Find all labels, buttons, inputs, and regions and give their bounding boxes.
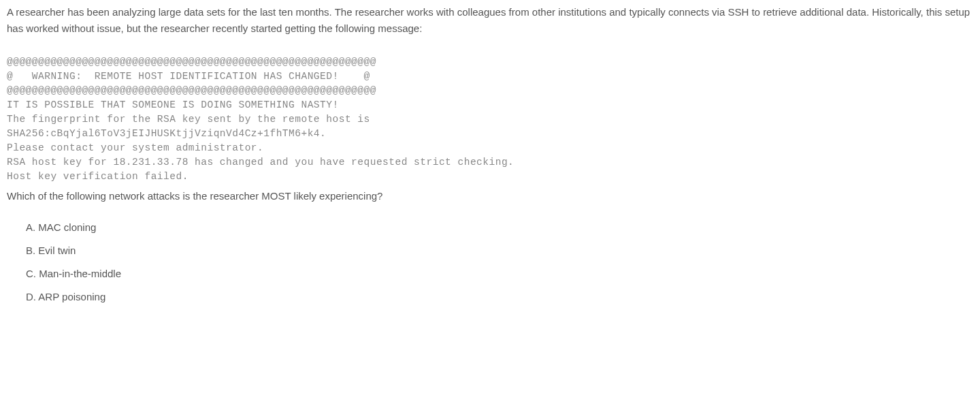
terminal-line: SHA256:cBqYjal6ToV3jEIJHUSKtjjVziqnVd4Cz… <box>7 128 326 139</box>
option-b[interactable]: B. Evil twin <box>26 243 973 259</box>
option-a[interactable]: A. MAC cloning <box>26 219 973 236</box>
terminal-line: The fingerprint for the RSA key sent by … <box>7 114 370 125</box>
terminal-line: IT IS POSSIBLE THAT SOMEONE IS DOING SOM… <box>7 99 339 110</box>
terminal-line: RSA host key for 18.231.33.78 has change… <box>7 157 514 168</box>
terminal-line: @@@@@@@@@@@@@@@@@@@@@@@@@@@@@@@@@@@@@@@@… <box>7 57 376 67</box>
terminal-line: @ WARNING: REMOTE HOST IDENTIFICATION HA… <box>7 71 370 82</box>
terminal-output: @@@@@@@@@@@@@@@@@@@@@@@@@@@@@@@@@@@@@@@@… <box>7 41 973 184</box>
answer-options: A. MAC cloning B. Evil twin C. Man-in-th… <box>26 219 973 305</box>
question-intro: A researcher has been analyzing large da… <box>7 4 973 37</box>
question-prompt: Which of the following network attacks i… <box>7 188 973 204</box>
option-c[interactable]: C. Man-in-the-middle <box>26 266 973 282</box>
terminal-line: Host key verification failed. <box>7 171 189 182</box>
option-d[interactable]: D. ARP poisoning <box>26 289 973 305</box>
terminal-line: @@@@@@@@@@@@@@@@@@@@@@@@@@@@@@@@@@@@@@@@… <box>7 85 376 96</box>
terminal-line: Please contact your system administrator… <box>7 142 263 153</box>
